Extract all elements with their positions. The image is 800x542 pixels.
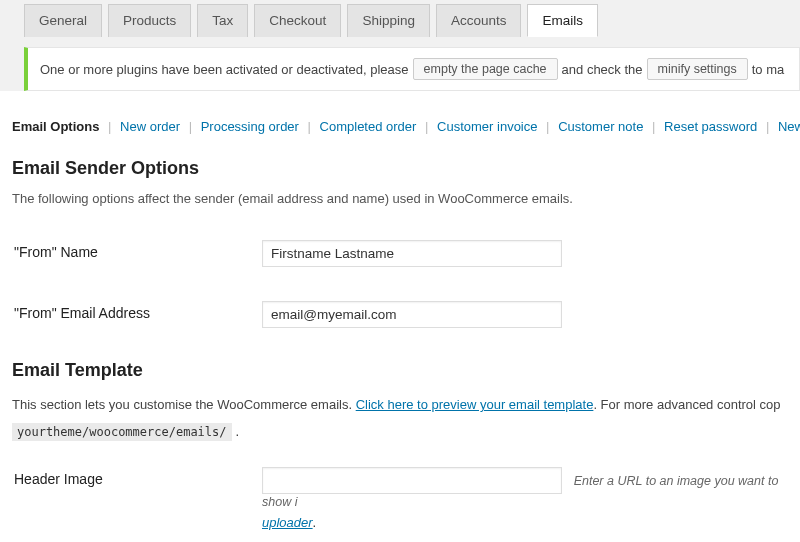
tab-products[interactable]: Products xyxy=(108,4,191,37)
subnav-separator: | xyxy=(546,119,549,134)
empty-cache-button[interactable]: empty the page cache xyxy=(413,58,558,80)
template-code-row: yourtheme/woocommerce/emails/. xyxy=(0,419,800,441)
subnav-separator: | xyxy=(425,119,428,134)
sender-form-table: "From" Name "From" Email Address xyxy=(0,222,800,346)
tab-emails[interactable]: Emails xyxy=(527,4,598,37)
header-image-input[interactable] xyxy=(262,467,562,494)
subnav-reset-password[interactable]: Reset password xyxy=(659,119,762,134)
from-name-input[interactable] xyxy=(262,240,562,267)
admin-notice: One or more plugins have been activated … xyxy=(24,47,800,91)
email-sender-heading: Email Sender Options xyxy=(0,144,800,187)
preview-template-link[interactable]: Click here to preview your email templat… xyxy=(356,397,594,412)
notice-text-mid: and check the xyxy=(562,62,643,77)
template-desc-pre: This section lets you customise the WooC… xyxy=(12,397,356,412)
from-email-input[interactable] xyxy=(262,301,562,328)
subnav-customer-note[interactable]: Customer note xyxy=(553,119,648,134)
template-path-code: yourtheme/woocommerce/emails/ xyxy=(12,423,232,441)
from-name-label: "From" Name xyxy=(2,224,260,283)
subnav-separator: | xyxy=(108,119,111,134)
minify-settings-button[interactable]: minify settings xyxy=(647,58,748,80)
notice-text-suffix: to ma xyxy=(752,62,785,77)
subnav-separator: | xyxy=(766,119,769,134)
subnav-new-account[interactable]: New a xyxy=(773,119,800,134)
email-template-desc: This section lets you customise the WooC… xyxy=(0,389,800,419)
email-subnav: Email Options | New order | Processing o… xyxy=(0,91,800,144)
media-uploader-link[interactable]: uploader xyxy=(262,515,313,530)
template-desc-post: . For more advanced control cop xyxy=(593,397,780,412)
subnav-processing-order[interactable]: Processing order xyxy=(196,119,304,134)
from-email-label: "From" Email Address xyxy=(2,285,260,344)
header-image-label: Header Image xyxy=(2,451,260,543)
subnav-new-order[interactable]: New order xyxy=(115,119,185,134)
tab-general[interactable]: General xyxy=(24,4,102,37)
subnav-separator: | xyxy=(189,119,192,134)
subnav-separator: | xyxy=(652,119,655,134)
email-template-heading: Email Template xyxy=(0,346,800,389)
template-form-table: Header Image Enter a URL to an image you… xyxy=(0,449,800,543)
settings-tabs: General Products Tax Checkout Shipping A… xyxy=(0,0,800,37)
subnav-current: Email Options xyxy=(12,119,104,134)
tab-checkout[interactable]: Checkout xyxy=(254,4,341,37)
email-sender-desc: The following options affect the sender … xyxy=(0,187,800,214)
template-code-post: . xyxy=(232,424,240,439)
subnav-customer-invoice[interactable]: Customer invoice xyxy=(432,119,542,134)
tab-shipping[interactable]: Shipping xyxy=(347,4,430,37)
subnav-completed-order[interactable]: Completed order xyxy=(315,119,422,134)
notice-text-prefix: One or more plugins have been activated … xyxy=(40,62,409,77)
subnav-separator: | xyxy=(308,119,311,134)
tab-accounts[interactable]: Accounts xyxy=(436,4,522,37)
tab-tax[interactable]: Tax xyxy=(197,4,248,37)
uploader-post: . xyxy=(313,515,317,530)
